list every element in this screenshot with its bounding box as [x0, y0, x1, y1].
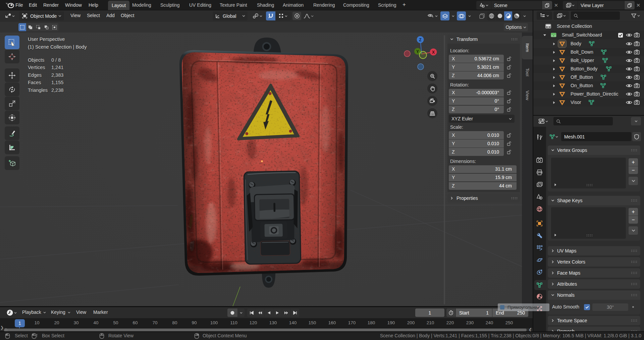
- svg-text:Y: Y: [416, 49, 419, 54]
- svg-text:Z: Z: [419, 38, 421, 42]
- svg-text:X: X: [432, 50, 435, 55]
